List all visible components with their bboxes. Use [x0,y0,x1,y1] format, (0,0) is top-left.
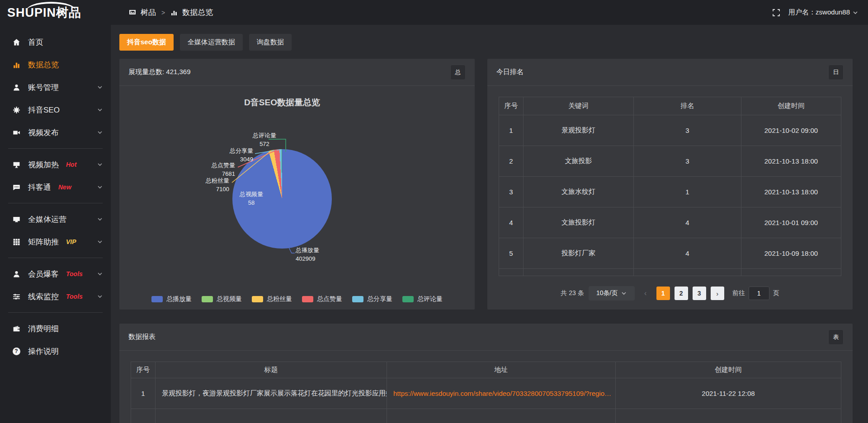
legend-item-总播放量[interactable]: 总播放量 [151,295,192,303]
column-header: 序号 [131,362,156,378]
table-row[interactable]: 1景观投影灯，夜游景观投影灯厂家展示展示落花灯在花园里的灯光投影应用效果 #ht… [131,378,841,409]
sidebar-item-label: 线索监控 [28,291,59,302]
legend-swatch [252,296,263,302]
chevron-down-icon [97,239,103,244]
table-cell-empty [131,409,156,423]
pie-label-videos: 总视频量58 [232,190,270,207]
goto-unit: 页 [773,289,779,297]
column-header: 排名 [634,97,741,115]
table-stub-row [131,409,841,423]
sidebar-item-抖音SEO[interactable]: 抖音SEO [0,99,111,121]
sidebar-item-label: 矩阵助推 [28,237,59,247]
chevron-down-icon [97,130,103,135]
table-cell: 2021-10-13 18:00 [741,177,841,207]
sidebar-item-label: 视频加热 [28,160,59,170]
sidebar-menu: 首页数据总览账号管理抖音SEO视频发布视频加热Hot抖客通New全媒体运营矩阵助… [0,21,111,362]
goto-page-input[interactable] [749,287,769,300]
question-icon: ? [12,348,21,355]
column-header: 标题 [156,362,387,378]
ranking-panel: 今日排名 日 序号关键词排名创建时间1景观投影灯32021-10-02 09:0… [487,59,853,310]
tab-抖音seo数据[interactable]: 抖音seo数据 [119,34,174,51]
legend-item-总点赞量[interactable]: 总点赞量 [302,295,342,303]
next-page-button[interactable]: › [711,287,724,300]
main-content: 抖音seo数据全媒体运营数据询盘数据 展现量总数: 421,369 总 D音SE… [111,25,868,423]
data-tabs: 抖音seo数据全媒体运营数据询盘数据 [119,34,292,51]
page-button-3[interactable]: 3 [693,287,706,300]
sidebar-item-全媒体运营[interactable]: 全媒体运营 [0,208,111,230]
sidebar-item-消费明细[interactable]: 消费明细 [0,317,111,340]
legend-item-总分享量[interactable]: 总分享量 [352,295,392,303]
breadcrumb-root[interactable]: 树品 [141,7,156,18]
sidebar-item-label: 全媒体运营 [28,214,66,225]
ranking-title: 今日排名 [496,68,524,76]
table-row[interactable]: 1景观投影灯32021-10-02 09:00 [499,115,841,146]
sidebar: SHUPIN树品 首页数据总览账号管理抖音SEO视频发布视频加热Hot抖客通Ne… [0,0,111,423]
sidebar-item-线索监控[interactable]: 线索监控Tools [0,285,111,308]
sidebar-item-badge: Hot [66,161,76,168]
table-row[interactable]: 2文旅投影32021-10-13 18:00 [499,146,841,177]
chevron-down-icon [97,85,103,90]
legend-label: 总视频量 [217,295,242,303]
table-badge-button[interactable]: 表 [828,329,844,345]
page-size-value: 10条/页 [596,289,618,297]
fullscreen-icon[interactable] [772,9,780,17]
legend-item-总视频量[interactable]: 总视频量 [202,295,242,303]
pie-label-plays: 总播放量402909 [296,246,350,263]
legend-item-总评论量[interactable]: 总评论量 [402,295,443,303]
sidebar-item-账号管理[interactable]: 账号管理 [0,76,111,99]
page-size-select[interactable]: 10条/页 [589,286,635,301]
report-table: 序号标题地址创建时间1景观投影灯，夜游景观投影灯厂家展示展示落花灯在花园里的灯光… [131,362,841,423]
user-icon [12,270,21,278]
day-badge-button[interactable]: 日 [828,65,844,80]
sidebar-item-数据总览[interactable]: 数据总览 [0,53,111,76]
page-button-2[interactable]: 2 [675,287,688,300]
sidebar-item-视频发布[interactable]: 视频发布 [0,121,111,144]
chart-icon [12,61,21,69]
prev-page-button[interactable]: ‹ [639,287,652,300]
sidebar-item-矩阵助推[interactable]: 矩阵助推VIP [0,230,111,253]
brand-logo: SHUPIN树品 [0,0,111,21]
sidebar-item-首页[interactable]: 首页 [0,31,111,53]
pie-chart: D音SEO数据量总览 总评论量572 总分享量3049 总点赞量7681 [119,86,475,310]
monitor-icon [12,216,21,223]
ranking-table: 序号关键词排名创建时间1景观投影灯32021-10-02 09:002文旅投影3… [499,97,841,276]
user-menu[interactable]: 用户名：zswodun88 [788,8,858,17]
legend-swatch [202,296,213,302]
heat-icon [12,161,21,169]
table-row[interactable]: 3文旅水纹灯12021-10-13 18:00 [499,177,841,207]
sidebar-item-抖客通[interactable]: 抖客通New [0,176,111,198]
chevron-down-icon [97,107,103,113]
home-icon [12,38,21,46]
legend-label: 总评论量 [417,295,443,303]
page-button-1[interactable]: 1 [656,287,670,300]
sidebar-divider [8,148,103,149]
legend-label: 总点赞量 [317,295,342,303]
chevron-down-icon [97,162,103,167]
table-cell: 2021-10-02 09:00 [741,115,841,146]
table-header-row: 序号关键词排名创建时间 [499,97,841,115]
table-stub-row [499,269,841,276]
bar-chart-icon [170,9,178,16]
total-badge-button[interactable]: 总 [450,65,466,80]
sidebar-item-label: 会员爆客 [28,269,59,279]
sidebar-item-badge: New [58,183,71,191]
legend-swatch [402,296,414,302]
sidebar-divider [8,258,103,258]
tab-询盘数据[interactable]: 询盘数据 [249,34,292,51]
report-url-link[interactable]: https://www.iesdouyin.com/share/video/70… [387,378,616,409]
sidebar-item-视频加热[interactable]: 视频加热Hot [0,153,111,176]
table-cell: 2021-10-09 18:00 [741,238,841,269]
sidebar-divider [8,203,103,203]
tab-全媒体运营数据[interactable]: 全媒体运营数据 [180,34,243,51]
column-header: 创建时间 [616,362,841,378]
report-panel: 数据报表 表 序号标题地址创建时间1景观投影灯，夜游景观投影灯厂家展示展示落花灯… [119,324,853,423]
sidebar-item-操作说明[interactable]: ?操作说明 [0,340,111,362]
sidebar-item-会员爆客[interactable]: 会员爆客Tools [0,263,111,285]
impressions-total: 展现量总数: 421,369 [128,68,191,76]
report-title-cell: 景观投影灯，夜游景观投影灯厂家展示展示落花灯在花园里的灯光投影应用效果 # [156,378,387,409]
user-icon [12,84,21,91]
table-row[interactable]: 4文旅投影灯42021-10-01 09:00 [499,207,841,238]
legend-swatch [151,296,163,302]
legend-item-总粉丝量[interactable]: 总粉丝量 [252,295,292,303]
table-row[interactable]: 5投影灯厂家42021-10-09 18:00 [499,238,841,269]
